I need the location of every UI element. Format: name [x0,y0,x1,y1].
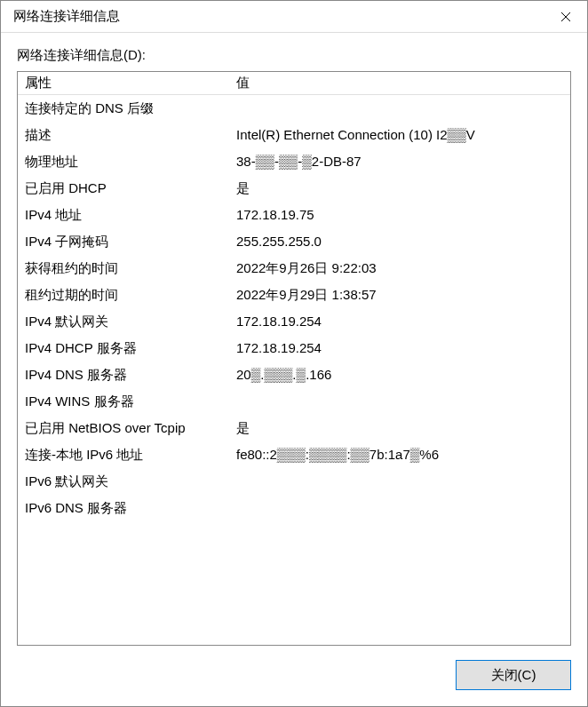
close-icon [560,12,571,22]
table-row[interactable]: IPv4 默认网关172.18.19.254 [18,308,570,335]
table-row[interactable]: 物理地址38-▒▒-▒▒-▒2-DB-87 [18,148,570,175]
property-cell: IPv6 默认网关 [18,470,236,493]
value-cell: 2022年9月26日 9:22:03 [236,257,570,280]
property-cell: 连接-本地 IPv6 地址 [18,443,236,466]
property-cell: IPv4 WINS 服务器 [18,390,236,413]
window-title: 网络连接详细信息 [13,8,120,25]
titlebar: 网络连接详细信息 [1,1,587,33]
value-cell: 是 [236,417,570,440]
property-cell: 已启用 NetBIOS over Tcpip [18,417,236,440]
property-cell: IPv6 DNS 服务器 [18,496,236,520]
property-cell: IPv4 默认网关 [18,310,236,333]
property-cell: IPv4 DHCP 服务器 [18,337,236,360]
table-row[interactable]: IPv4 子网掩码255.255.255.0 [18,228,570,255]
window-close-button[interactable] [544,1,587,33]
value-cell [236,496,570,520]
table-row[interactable]: 获得租约的时间2022年9月26日 9:22:03 [18,255,570,282]
value-cell: fe80::2▒▒▒:▒▒▒▒:▒▒7b:1a7▒%6 [236,443,570,466]
value-cell: 172.18.19.75 [236,203,570,226]
close-button[interactable]: 关闭(C) [456,660,571,690]
property-cell: IPv4 DNS 服务器 [18,363,236,386]
table-row[interactable]: 描述Intel(R) Ethernet Connection (10) I2▒▒… [18,122,570,148]
property-cell: IPv4 地址 [18,203,236,226]
table-header: 属性 值 [18,72,570,95]
value-cell: 20▒.▒▒▒.▒.166 [236,363,570,386]
value-cell: 255.255.255.0 [236,230,570,253]
value-cell [236,97,570,120]
property-cell: 连接特定的 DNS 后缀 [18,97,236,120]
button-row: 关闭(C) [17,646,571,690]
property-cell: 获得租约的时间 [18,257,236,280]
header-property[interactable]: 属性 [18,75,236,91]
value-cell: 2022年9月29日 1:38:57 [236,283,570,306]
section-label: 网络连接详细信息(D): [17,47,571,64]
table-row[interactable]: 已启用 DHCP是 [18,175,570,202]
table-row[interactable]: IPv4 WINS 服务器 [18,388,570,415]
table-row[interactable]: IPv4 地址172.18.19.75 [18,202,570,228]
table-row[interactable]: 租约过期的时间2022年9月29日 1:38:57 [18,282,570,308]
value-cell [236,390,570,413]
property-cell: 租约过期的时间 [18,283,236,306]
value-cell: 38-▒▒-▒▒-▒2-DB-87 [236,150,570,173]
property-cell: 物理地址 [18,150,236,173]
dialog-window: 网络连接详细信息 网络连接详细信息(D): 属性 值 连接特定的 DNS 后缀描… [0,0,588,707]
value-cell: Intel(R) Ethernet Connection (10) I2▒▒V [236,123,570,147]
content-area: 网络连接详细信息(D): 属性 值 连接特定的 DNS 后缀描述Intel(R)… [1,33,587,706]
value-cell: 172.18.19.254 [236,337,570,360]
table-row[interactable]: IPv4 DHCP 服务器172.18.19.254 [18,335,570,361]
value-cell: 172.18.19.254 [236,310,570,333]
table-row[interactable]: IPv6 默认网关 [18,468,570,495]
value-cell [236,470,570,493]
details-listview[interactable]: 属性 值 连接特定的 DNS 后缀描述Intel(R) Ethernet Con… [17,71,571,646]
table-row[interactable]: 连接-本地 IPv6 地址fe80::2▒▒▒:▒▒▒▒:▒▒7b:1a7▒%6 [18,441,570,468]
property-cell: 描述 [18,123,236,147]
table-row[interactable]: IPv6 DNS 服务器 [18,495,570,521]
table-row[interactable]: 连接特定的 DNS 后缀 [18,95,570,122]
header-value[interactable]: 值 [236,75,570,91]
table-row[interactable]: 已启用 NetBIOS over Tcpip是 [18,415,570,441]
value-cell: 是 [236,177,570,200]
table-row[interactable]: IPv4 DNS 服务器20▒.▒▒▒.▒.166 [18,361,570,388]
details-table: 属性 值 连接特定的 DNS 后缀描述Intel(R) Ethernet Con… [18,72,570,521]
property-cell: 已启用 DHCP [18,177,236,200]
property-cell: IPv4 子网掩码 [18,230,236,253]
